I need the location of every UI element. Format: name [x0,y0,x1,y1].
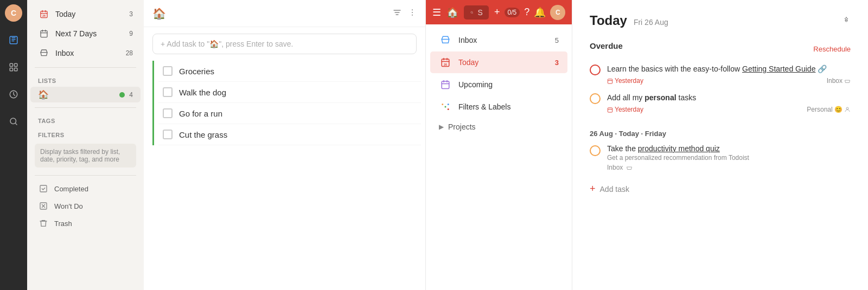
home-list-dot [119,92,125,98]
nav-home-icon[interactable]: 🏠 [446,7,458,18]
hamburger-icon[interactable]: ☰ [432,7,441,18]
nav-item-upcoming[interactable]: Upcoming [430,74,567,95]
inbox-icon [38,47,50,59]
svg-point-20 [445,106,446,108]
home-sidebar-icon[interactable] [5,31,22,49]
today-source-1: Inbox [607,164,623,171]
sidebar-item-completed[interactable]: Completed [30,181,141,197]
task-checkbox-run[interactable] [163,108,173,118]
task-item-groceries[interactable]: Groceries [158,61,421,82]
more-icon[interactable] [408,8,417,19]
task-item-run[interactable]: Go for a run [158,103,421,124]
task-checkbox-grass[interactable] [163,130,173,139]
clock-sidebar-icon[interactable] [5,86,22,103]
svg-rect-9 [41,31,47,37]
next7days-icon [38,28,50,40]
wont-do-icon [38,201,49,211]
task-checkbox-groceries[interactable] [163,66,173,76]
next7days-count: 9 [129,30,133,37]
right-panel: Today Fri 26 Aug Overdue Reschedule Lear… [572,0,868,290]
overdue-link-1[interactable]: Getting Started Guide [742,65,815,73]
main-sidebar: 26 Today 3 Next 7 Days 9 Inbox 28 Lists … [27,0,144,290]
sidebar-list-home[interactable]: 🏠 4 [30,87,141,102]
search-sidebar-icon[interactable] [5,113,22,130]
completed-label: Completed [54,185,88,193]
personal-meta-icon [844,106,851,113]
today-count: 3 [129,10,133,18]
task-item-walk-dog[interactable]: Walk the dog [158,82,421,103]
nav-search-input[interactable] [477,8,482,17]
overdue-source-2: Personal 😊 [807,106,851,113]
today-task-circle-1[interactable] [590,145,601,156]
inbox-today-icon [626,164,633,171]
calendar-meta-icon-2 [607,107,613,113]
filter-placeholder-text: Display tasks filtered by list, date, pr… [40,148,120,163]
svg-text:26: 26 [42,14,46,17]
wont-do-label: Won't Do [54,202,83,210]
add-task-placeholder: + Add task to "🏠", press Enter to save. [161,40,293,48]
overdue-section-title: Overdue [590,41,623,50]
plus-icon[interactable]: + [494,7,500,18]
task-list: Groceries Walk the dog Go for a run Cut … [154,61,425,145]
filters-nav-label: Filters & Labels [458,102,559,111]
filters-nav-icon [439,100,452,113]
today-text-before-1: Take the [607,144,638,153]
sidebar-item-wont-do[interactable]: Won't Do [30,198,141,214]
sort-icon[interactable] [393,8,401,19]
add-task-link[interactable]: + Add task [590,179,851,199]
add-task-bar[interactable]: + Add task to "🏠", press Enter to save. [152,34,417,54]
overdue-circle-2[interactable] [590,93,601,104]
upcoming-nav-label: Upcoming [458,80,559,89]
calendar-meta-icon-1 [607,78,613,84]
today-nav-count: 3 [555,59,559,67]
nav-search-bar[interactable] [464,5,489,20]
nav-item-inbox[interactable]: Inbox 5 [430,29,567,51]
svg-point-22 [448,108,449,110]
today-content-1: Take the productivity method quiz Get a … [607,144,851,171]
inbox-meta-icon-1 [844,78,851,84]
middle-header: 🏠 [144,0,425,27]
overdue-bold-2: personal [644,93,676,102]
svg-rect-24 [608,79,612,83]
overdue-meta-1: Yesterday Inbox [607,77,851,85]
grid-sidebar-icon[interactable] [5,59,22,76]
divider-1 [35,67,136,68]
task-checkbox-walk-dog[interactable] [163,87,173,97]
task-list-section: Groceries Walk the dog Go for a run Cut … [152,61,425,145]
svg-rect-10 [40,185,47,192]
nav-item-filters[interactable]: Filters & Labels [430,96,567,118]
overdue-circle-1[interactable] [590,65,601,75]
overdue-text-before-1: Learn the basics with the easy-to-follow [607,65,742,73]
overdue-date-2: Yesterday [607,106,643,113]
right-header: Today Fri 26 Aug [590,13,851,28]
bell-icon[interactable]: 🔔 [534,7,546,18]
divider-2 [35,107,136,108]
sidebar-item-inbox[interactable]: Inbox 28 [30,44,141,62]
nav-avatar[interactable]: C [550,5,565,20]
today-nav-icon: 26 [439,56,452,69]
avatar[interactable]: C [5,4,22,22]
nav-items-list: Inbox 5 26 Today 3 Upcoming Filters & La… [426,24,572,290]
sidebar-item-today[interactable]: 26 Today 3 [30,5,141,23]
nav-projects[interactable]: ▶ Projects [430,118,567,136]
sidebar-item-trash[interactable]: Trash [30,215,141,231]
task-item-grass[interactable]: Cut the grass [158,124,421,145]
progress-badge[interactable]: 0/5 [505,8,520,17]
overdue-source-1: Inbox [827,77,851,85]
settings-icon[interactable] [842,16,851,27]
overdue-text-1: Learn the basics with the easy-to-follow… [607,63,851,75]
sidebar-item-next7days[interactable]: Next 7 Days 9 [30,24,141,43]
trash-icon [38,218,49,229]
today-meta-1: Inbox [607,164,851,171]
today-task-link-1[interactable]: productivity method quiz [638,144,720,153]
nav-item-today[interactable]: 26 Today 3 [430,51,567,73]
filter-placeholder-box[interactable]: Display tasks filtered by list, date, pr… [35,144,136,167]
upcoming-nav-icon [439,78,452,91]
help-icon[interactable]: ? [524,7,529,18]
next7days-label: Next 7 Days [55,29,129,38]
overdue-text-2: Add all my personal tasks [607,92,851,104]
reschedule-button[interactable]: Reschedule [813,45,851,53]
right-panel-date: Fri 26 Aug [634,18,668,27]
day-header: 26 Aug · Today · Friday [590,130,851,138]
today-label: Today [55,10,129,18]
